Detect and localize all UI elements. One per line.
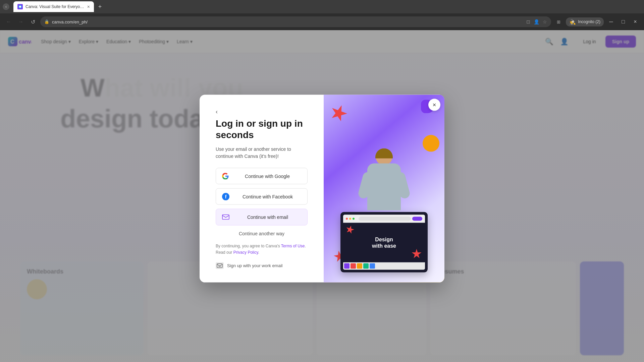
work-email-icon bbox=[216, 262, 224, 269]
picture-in-picture-icon: ⊡ bbox=[526, 19, 530, 24]
yellow-circle bbox=[423, 135, 439, 152]
tab-left-arrow[interactable]: ‹ bbox=[3, 3, 9, 10]
modal-right-panel: Design with ease bbox=[324, 95, 444, 283]
auth-modal: × ‹ Log in or sign up in seconds Use you… bbox=[200, 95, 444, 283]
extensions-button[interactable]: ⊞ bbox=[554, 17, 563, 26]
svg-rect-7 bbox=[218, 266, 221, 267]
facebook-icon: f bbox=[222, 193, 229, 200]
modal-close-button[interactable]: × bbox=[428, 99, 440, 111]
browser-actions: ⊞ 🕵 Incognito (2) ─ □ × bbox=[554, 17, 640, 26]
new-tab-button[interactable]: + bbox=[95, 2, 105, 11]
facebook-btn-label: Continue with Facebook bbox=[234, 194, 301, 199]
incognito-icon: 👤 bbox=[534, 19, 539, 24]
modal-left-panel: ‹ Log in or sign up in seconds Use your … bbox=[200, 95, 324, 283]
bookmark-icon: ☆ bbox=[543, 19, 547, 24]
incognito-badge: 🕵 Incognito (2) bbox=[566, 17, 604, 26]
google-icon bbox=[222, 173, 229, 179]
url-text: canva.com/en_ph/ bbox=[52, 19, 524, 24]
active-browser-tab[interactable]: Canva: Visual Suite for Everyon... × bbox=[13, 1, 94, 12]
person-silhouette bbox=[357, 148, 411, 216]
work-email-label: Sign up with your work email bbox=[227, 263, 282, 268]
work-email-row[interactable]: Sign up with your work email bbox=[216, 262, 308, 269]
design-card-text1: Design bbox=[372, 236, 396, 242]
svg-point-1 bbox=[19, 6, 21, 8]
address-bar-icons: ⊡ 👤 ☆ bbox=[526, 19, 547, 24]
refresh-button[interactable]: ↺ bbox=[28, 17, 38, 26]
google-auth-button[interactable]: Continue with Google bbox=[216, 168, 308, 184]
modal-title: Log in or sign up in seconds bbox=[216, 118, 308, 140]
red-star-shape bbox=[328, 103, 350, 124]
continue-another-link[interactable]: Continue another way bbox=[216, 231, 308, 236]
email-icon bbox=[222, 214, 229, 221]
svg-rect-6 bbox=[217, 264, 222, 268]
address-bar[interactable]: 🔒 canva.com/en_ph/ ⊡ 👤 ☆ bbox=[40, 16, 551, 27]
svg-rect-5 bbox=[222, 215, 229, 220]
design-card-text2: with ease bbox=[372, 243, 396, 249]
browser-close[interactable]: × bbox=[631, 17, 640, 26]
modal-subtitle: Use your email or another service to con… bbox=[216, 146, 308, 160]
facebook-auth-button[interactable]: f Continue with Facebook bbox=[216, 188, 308, 205]
person-area: Design with ease bbox=[337, 155, 431, 283]
email-auth-button[interactable]: Continue with email bbox=[216, 209, 308, 225]
tab-close-btn[interactable]: × bbox=[87, 4, 90, 9]
back-button[interactable]: ← bbox=[4, 17, 13, 26]
address-bar-row: ← → ↺ 🔒 canva.com/en_ph/ ⊡ 👤 ☆ ⊞ 🕵 Inc bbox=[0, 13, 644, 30]
tab-favicon bbox=[17, 4, 23, 9]
google-btn-label: Continue with Google bbox=[233, 173, 301, 179]
email-btn-label: Continue with email bbox=[234, 215, 301, 220]
terms-link[interactable]: Terms of Use bbox=[281, 243, 305, 248]
privacy-link[interactable]: Privacy Policy bbox=[233, 250, 258, 254]
terms-text: By continuing, you agree to Canva's Term… bbox=[216, 243, 308, 255]
browser-minimize[interactable]: ─ bbox=[606, 17, 616, 26]
back-link[interactable]: ‹ bbox=[216, 108, 308, 115]
browser-maximize[interactable]: □ bbox=[619, 17, 628, 26]
tab-title: Canva: Visual Suite for Everyon... bbox=[25, 4, 85, 9]
browser-tab-bar: ‹ Canva: Visual Suite for Everyon... × + bbox=[0, 0, 644, 13]
page-content: C canva Shop design ▾ Explore ▾ Educatio… bbox=[0, 30, 644, 362]
forward-button[interactable]: → bbox=[16, 17, 25, 26]
lock-icon: 🔒 bbox=[44, 19, 49, 24]
